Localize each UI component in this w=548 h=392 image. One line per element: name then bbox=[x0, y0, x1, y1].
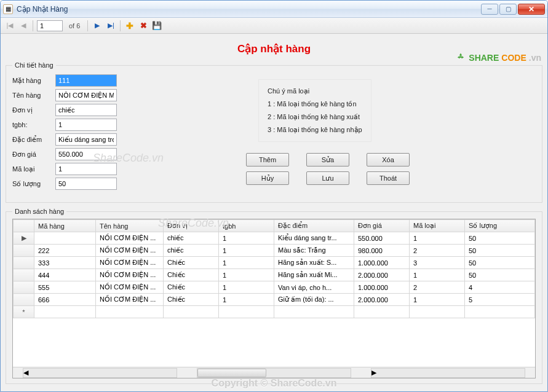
table-row[interactable]: 222NỒI CƠM ĐIỆN ...chiếc1Màu sắc: Trắng9… bbox=[14, 245, 535, 257]
nav-prev-icon[interactable]: ◀ bbox=[18, 20, 29, 31]
cell-don_vi[interactable]: Chiếc bbox=[164, 269, 219, 281]
cell-dac_diem[interactable]: Van vi áp, cho h... bbox=[274, 281, 354, 294]
table-row[interactable]: 333NỒI CƠM ĐIỆN ...Chiếc1Hãng sản xuất: … bbox=[14, 257, 535, 269]
cell-so_luong[interactable]: 50 bbox=[465, 269, 535, 281]
table-row[interactable]: ▶111NỒI CƠM ĐIỆN ...chiếc1Kiểu dáng sang… bbox=[14, 232, 535, 245]
button-huy[interactable]: Hủy bbox=[246, 171, 289, 185]
cell-ma_hang[interactable]: 444 bbox=[34, 269, 96, 281]
cell-ma_hang[interactable]: 333 bbox=[34, 257, 96, 269]
cell-empty[interactable] bbox=[96, 306, 164, 318]
button-thoat[interactable]: Thoát bbox=[367, 171, 410, 185]
cell-empty[interactable] bbox=[219, 306, 274, 318]
cell-dac_diem[interactable]: Kiểu dáng sang tr... bbox=[274, 232, 354, 245]
cell-don_gia[interactable]: 2.000.000 bbox=[354, 269, 410, 281]
row-indicator[interactable]: ▶ bbox=[14, 232, 34, 245]
cell-so_luong[interactable]: 5 bbox=[465, 294, 535, 306]
cell-don_gia[interactable]: 2.000.000 bbox=[354, 294, 410, 306]
header-dac-diem[interactable]: Đặc điểm bbox=[274, 220, 354, 232]
cell-empty[interactable] bbox=[354, 306, 410, 318]
cell-tgbh[interactable]: 1 bbox=[219, 294, 274, 306]
scroll-left-icon[interactable]: ◀ bbox=[23, 368, 177, 378]
cell-dac_diem[interactable]: Màu sắc: Trắng bbox=[274, 245, 354, 257]
header-so-luong[interactable]: Số lượng bbox=[465, 220, 535, 232]
cell-so_luong[interactable]: 50 bbox=[465, 232, 535, 245]
scroll-thumb[interactable] bbox=[197, 369, 266, 377]
cell-ma_loai[interactable]: 1 bbox=[410, 232, 465, 245]
cell-ma_loai[interactable]: 1 bbox=[410, 294, 465, 306]
cell-don_gia[interactable]: 980.000 bbox=[354, 245, 410, 257]
header-don-gia[interactable]: Đơn giá bbox=[354, 220, 410, 232]
cell-ma_hang[interactable]: 222 bbox=[34, 245, 96, 257]
cell-so_luong[interactable]: 50 bbox=[465, 245, 535, 257]
cell-tgbh[interactable]: 1 bbox=[219, 269, 274, 281]
cell-ten_hang[interactable]: NỒI CƠM ĐIỆN ... bbox=[96, 245, 164, 257]
row-indicator[interactable] bbox=[14, 294, 34, 306]
header-ten-hang[interactable]: Tên hàng bbox=[96, 220, 164, 232]
cell-ma_loai[interactable]: 3 bbox=[410, 257, 465, 269]
cell-empty[interactable] bbox=[274, 306, 354, 318]
close-button[interactable]: ✕ bbox=[518, 4, 545, 15]
input-ma-hang[interactable] bbox=[55, 74, 117, 87]
cell-dac_diem[interactable]: Giữ ấm (tối đa): ... bbox=[274, 294, 354, 306]
header-ma-hang[interactable]: Mã hàng bbox=[34, 220, 96, 232]
minimize-button[interactable]: ─ bbox=[481, 4, 498, 15]
cell-ten_hang[interactable]: NỒI CƠM ĐIỆN ... bbox=[96, 269, 164, 281]
nav-position-input[interactable] bbox=[37, 20, 63, 31]
cell-don_gia[interactable]: 1.000.000 bbox=[354, 257, 410, 269]
cell-dac_diem[interactable]: Hãng sản xuất: S... bbox=[274, 257, 354, 269]
cell-don_gia[interactable]: 1.000.000 bbox=[354, 281, 410, 294]
row-indicator[interactable] bbox=[14, 245, 34, 257]
new-row-indicator[interactable]: * bbox=[14, 306, 34, 318]
grid-hscrollbar[interactable]: ◀ ▶ bbox=[13, 367, 535, 378]
input-ten-hang[interactable] bbox=[55, 89, 117, 101]
button-sua[interactable]: Sửa bbox=[306, 153, 349, 167]
cell-ma_loai[interactable]: 2 bbox=[410, 245, 465, 257]
nav-next-icon[interactable]: ▶ bbox=[92, 20, 103, 31]
button-xoa[interactable]: Xóa bbox=[367, 153, 410, 167]
cell-ma_hang[interactable]: 555 bbox=[34, 281, 96, 294]
row-indicator[interactable] bbox=[14, 257, 34, 269]
input-dac-diem[interactable] bbox=[55, 133, 117, 146]
nav-save-icon[interactable]: 💾 bbox=[151, 20, 162, 31]
cell-so_luong[interactable]: 50 bbox=[465, 257, 535, 269]
cell-empty[interactable] bbox=[164, 306, 219, 318]
button-luu[interactable]: Lưu bbox=[306, 171, 349, 185]
input-tgbh[interactable] bbox=[55, 119, 117, 131]
scroll-right-icon[interactable]: ▶ bbox=[371, 368, 525, 378]
input-so-luong[interactable] bbox=[55, 178, 117, 190]
table-row[interactable]: 555NỒI CƠM ĐIỆN ...Chiếc1Van vi áp, cho … bbox=[14, 281, 535, 294]
cell-dac_diem[interactable]: Hãng sản xuất Mi... bbox=[274, 269, 354, 281]
cell-ma_hang[interactable]: 111 bbox=[34, 232, 96, 245]
nav-first-icon[interactable]: |◀ bbox=[4, 20, 15, 31]
cell-empty[interactable] bbox=[465, 306, 535, 318]
table-new-row[interactable]: * bbox=[14, 306, 535, 318]
cell-ten_hang[interactable]: NỒI CƠM ĐIỆN ... bbox=[96, 257, 164, 269]
nav-delete-icon[interactable]: ✖ bbox=[138, 20, 149, 31]
cell-ten_hang[interactable]: NỒI CƠM ĐIỆN ... bbox=[96, 294, 164, 306]
cell-ma_hang[interactable]: 666 bbox=[34, 294, 96, 306]
cell-ten_hang[interactable]: NỒI CƠM ĐIỆN ... bbox=[96, 232, 164, 245]
cell-ma_loai[interactable]: 2 bbox=[410, 281, 465, 294]
table-row[interactable]: 666NỒI CƠM ĐIỆN ...Chiếc1Giữ ấm (tối đa)… bbox=[14, 294, 535, 306]
table-row[interactable]: 444NỒI CƠM ĐIỆN ...Chiếc1Hãng sản xuất M… bbox=[14, 269, 535, 281]
cell-don_vi[interactable]: Chiếc bbox=[164, 257, 219, 269]
cell-tgbh[interactable]: 1 bbox=[219, 245, 274, 257]
header-rowselector[interactable] bbox=[14, 220, 34, 232]
input-ma-loai[interactable] bbox=[55, 163, 117, 175]
header-tgbh[interactable]: tgbh bbox=[219, 220, 274, 232]
cell-empty[interactable] bbox=[34, 306, 96, 318]
nav-last-icon[interactable]: ▶| bbox=[105, 20, 116, 31]
cell-don_vi[interactable]: Chiếc bbox=[164, 294, 219, 306]
cell-don_vi[interactable]: Chiếc bbox=[164, 281, 219, 294]
header-ma-loai[interactable]: Mã loại bbox=[410, 220, 465, 232]
cell-ma_loai[interactable]: 1 bbox=[410, 269, 465, 281]
cell-tgbh[interactable]: 1 bbox=[219, 281, 274, 294]
cell-don_vi[interactable]: chiếc bbox=[164, 245, 219, 257]
maximize-button[interactable]: ▢ bbox=[499, 4, 517, 15]
header-don-vi[interactable]: Đơn vị bbox=[164, 220, 219, 232]
cell-tgbh[interactable]: 1 bbox=[219, 257, 274, 269]
cell-ten_hang[interactable]: NỒI CƠM ĐIỆN ... bbox=[96, 281, 164, 294]
cell-so_luong[interactable]: 4 bbox=[465, 281, 535, 294]
data-grid[interactable]: Mã hàng Tên hàng Đơn vị tgbh Đặc điểm Đơ… bbox=[12, 219, 536, 378]
button-them[interactable]: Thêm bbox=[246, 153, 289, 167]
